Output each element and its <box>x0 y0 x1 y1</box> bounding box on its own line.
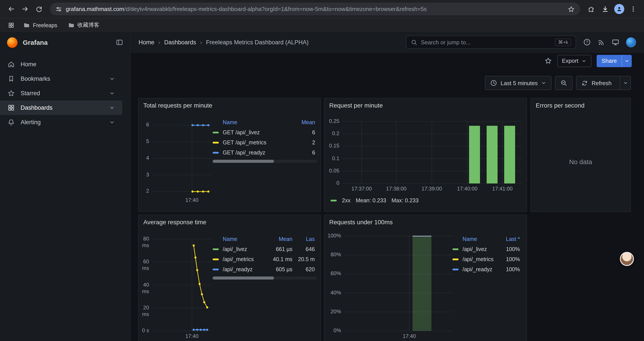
extensions-icon[interactable] <box>584 3 598 16</box>
series-name[interactable]: /api/_readyz <box>462 266 500 272</box>
sidebar-item-bookmarks[interactable]: Bookmarks <box>0 72 122 86</box>
export-label: Export <box>562 58 578 64</box>
share-menu-caret[interactable] <box>622 55 632 67</box>
panel-title[interactable]: Request per minute <box>324 98 526 112</box>
series-name[interactable]: /api/_metrics <box>462 256 500 262</box>
chevron-down-icon[interactable] <box>109 119 115 125</box>
collapse-sidebar-icon[interactable] <box>116 39 123 46</box>
no-data-message: No data <box>531 158 630 165</box>
help-icon[interactable] <box>583 38 591 46</box>
sidebar-item-dashboards[interactable]: Dashboards <box>0 101 122 115</box>
series-last: 620 <box>292 266 317 272</box>
legend-row[interactable]: GET /api/_metrics 2 <box>212 137 317 147</box>
series-name[interactable]: 2xx <box>342 197 350 204</box>
series-swatch <box>212 268 219 270</box>
legend-table: Name Last * /api/_livez 100% /api/_metri… <box>452 234 522 274</box>
scrollbar-thumb[interactable] <box>212 160 274 163</box>
series-max: Max: 0.233 <box>392 197 419 204</box>
panel-title[interactable]: Average response time <box>138 215 320 229</box>
legend-col-last[interactable]: Las <box>292 236 317 242</box>
bookmark-icon <box>8 75 15 83</box>
legend-inline[interactable]: 2xx Mean: 0.233 Max: 0.233 <box>330 197 419 204</box>
average-response-chart[interactable]: 17:4080 ms60 ms40 ms20 ms0 s <box>141 231 214 341</box>
chevron-down-icon[interactable] <box>109 105 115 111</box>
grafana-logo[interactable] <box>7 37 18 48</box>
browser-forward-button[interactable] <box>18 3 32 16</box>
legend-col-name[interactable]: Name <box>212 236 268 242</box>
chevron-down-icon[interactable] <box>109 76 115 82</box>
breadcrumb: Home › Dashboards › Freeleaps Metrics Da… <box>138 39 309 46</box>
legend-row[interactable]: GET /api/_livez 6 <box>212 127 317 137</box>
downloads-icon[interactable] <box>598 3 612 16</box>
kiosk-monitor-icon[interactable] <box>612 38 620 46</box>
legend-scrollbar[interactable] <box>212 160 317 163</box>
legend-col-name[interactable]: Name <box>212 119 290 126</box>
under-100ms-chart[interactable]: 17:40100%80%60%40%20%0% <box>327 231 454 341</box>
requests-per-minute-chart[interactable]: 17:37:0017:38:0017:39:0017:40:0017:41:00… <box>327 114 525 195</box>
clock-icon <box>490 80 497 87</box>
news-rss-icon[interactable] <box>598 38 605 46</box>
panel-total-requests: Total requests per minute 17:4065432 Nam… <box>138 98 321 212</box>
floating-assistant-avatar[interactable] <box>620 252 634 266</box>
series-name[interactable]: /api/_metrics <box>223 256 268 262</box>
apps-grid-icon[interactable] <box>5 20 17 31</box>
chart-canvas <box>327 231 454 341</box>
legend-col-name[interactable]: Name <box>452 236 500 242</box>
url-bar[interactable]: grafana.mathmast.com/d/deytv4rwavabkb/fr… <box>50 3 580 15</box>
series-name[interactable]: GET /api/_livez <box>223 129 290 135</box>
breadcrumb-home[interactable]: Home <box>138 39 154 46</box>
sidebar-item-starred[interactable]: Starred <box>0 86 122 101</box>
legend-row[interactable]: /api/_readyz 100% <box>452 264 522 274</box>
series-name[interactable]: GET /api/_metrics <box>223 139 290 146</box>
favorite-star-icon[interactable] <box>544 57 552 65</box>
url-text[interactable]: grafana.mathmast.com/d/deytv4rwavabkb/fr… <box>66 6 564 12</box>
search-placeholder: Search or jump to... <box>421 39 470 46</box>
legend-col-mean[interactable]: Mean <box>268 236 292 242</box>
series-mean: 605 µs <box>268 266 292 272</box>
series-name[interactable]: GET /api/_readyz <box>223 149 290 156</box>
share-button[interactable]: Share <box>597 55 632 67</box>
series-name[interactable]: /api/_livez <box>462 246 500 252</box>
refresh-button[interactable]: Refresh <box>577 76 616 90</box>
refresh-interval-caret[interactable] <box>620 76 630 90</box>
folder-icon <box>68 22 74 29</box>
browser-menu-icon[interactable] <box>626 3 640 16</box>
legend-row[interactable]: GET /api/_readyz 6 <box>212 147 317 158</box>
sidebar-item-alerting[interactable]: Alerting <box>0 115 122 129</box>
bookmark-item-blogs[interactable]: 收藏博客 <box>64 20 103 31</box>
time-range-picker[interactable]: Last 5 minutes <box>485 76 552 90</box>
panel-title[interactable]: Requests under 100ms <box>324 215 526 229</box>
export-button[interactable]: Export <box>557 55 592 67</box>
browser-profile-avatar[interactable] <box>612 3 626 16</box>
chevron-down-icon[interactable] <box>109 90 115 96</box>
legend-col-last[interactable]: Last * <box>500 236 522 242</box>
panel-title[interactable]: Errors per second <box>531 98 630 112</box>
search-input[interactable]: Search or jump to... ⌘+k <box>406 36 576 49</box>
browser-reload-button[interactable] <box>32 3 46 16</box>
time-range-label: Last 5 minutes <box>501 80 538 86</box>
legend-scrollbar[interactable] <box>212 276 317 279</box>
scrollbar-thumb[interactable] <box>212 276 274 279</box>
share-label[interactable]: Share <box>597 55 622 67</box>
browser-back-button[interactable] <box>4 3 18 16</box>
total-requests-chart[interactable]: 17:4065432 <box>141 114 214 208</box>
series-name[interactable]: /api/_livez <box>223 246 268 252</box>
user-avatar[interactable] <box>626 37 636 47</box>
panel-average-response-time: Average response time 17:4080 ms60 ms40 … <box>138 215 321 341</box>
series-name[interactable]: /api/_readyz <box>223 266 268 272</box>
zoom-out-button[interactable] <box>555 76 573 90</box>
chart-canvas <box>141 231 214 341</box>
panel-title[interactable]: Total requests per minute <box>138 98 320 112</box>
legend-row[interactable]: /api/_livez 661 µs 646 <box>212 244 317 254</box>
legend-row[interactable]: /api/_metrics 40.1 ms 20.5 m <box>212 254 317 264</box>
sidebar-item-home[interactable]: Home <box>0 57 122 72</box>
site-settings-icon[interactable] <box>55 6 62 13</box>
legend-col-mean[interactable]: Mean <box>290 119 317 126</box>
legend-row[interactable]: /api/_readyz 605 µs 620 <box>212 264 317 274</box>
legend-row[interactable]: /api/_metrics 100% <box>452 254 522 264</box>
bookmark-star-icon[interactable] <box>568 6 575 13</box>
legend-row[interactable]: /api/_livez 100% <box>452 244 522 254</box>
sidebar-item-label: Bookmarks <box>20 76 50 82</box>
bookmark-item-freeleaps[interactable]: Freeleaps <box>19 20 61 30</box>
breadcrumb-dashboards[interactable]: Dashboards <box>164 39 196 46</box>
